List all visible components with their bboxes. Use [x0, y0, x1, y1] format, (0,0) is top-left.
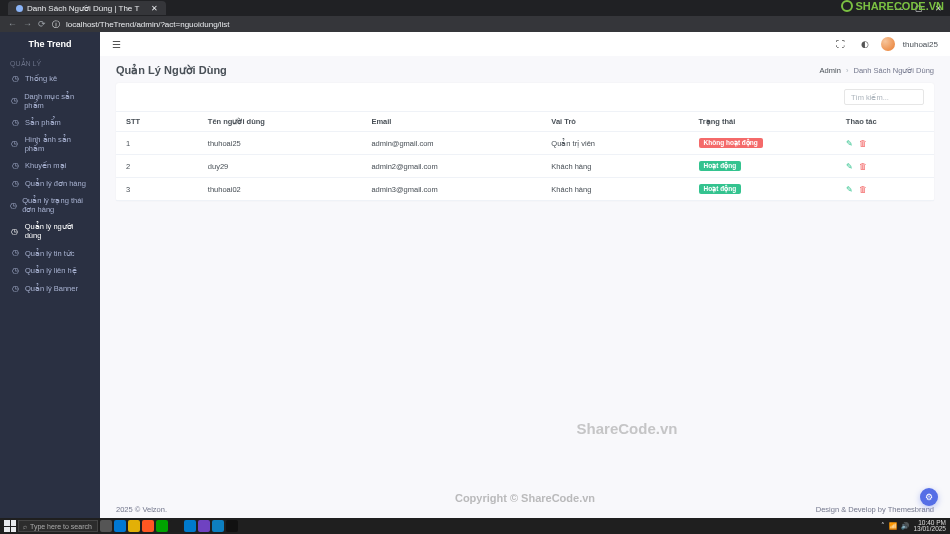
- cell-stt: 1: [116, 132, 198, 155]
- reload-icon[interactable]: ⟳: [38, 19, 46, 29]
- forward-icon[interactable]: →: [23, 19, 32, 29]
- cell-role: Khách hàng: [541, 155, 688, 178]
- status-badge: Hoạt động: [699, 161, 742, 171]
- window-close-icon[interactable]: ✕: [935, 4, 942, 13]
- user-icon: ◷: [10, 227, 20, 237]
- cell-status: Hoạt động: [689, 155, 836, 178]
- cell-name: thuhoai25: [198, 132, 362, 155]
- cell-stt: 3: [116, 178, 198, 201]
- tray-volume-icon[interactable]: 🔊: [901, 522, 909, 530]
- page-title: Quản Lý Người Dùng: [116, 64, 820, 77]
- tab-close-icon[interactable]: ✕: [151, 4, 158, 13]
- col-role: Vai Trò: [541, 112, 688, 132]
- brand[interactable]: The Trend: [0, 32, 100, 56]
- darkmode-icon[interactable]: ◐: [857, 39, 873, 49]
- taskbar-clock[interactable]: 10:40 PM 13/01/2025: [913, 520, 946, 533]
- url-text[interactable]: localhost/TheTrend/admin/?act=nguoidung/…: [66, 20, 942, 29]
- sidebar-item-order-status[interactable]: ◷Quản lý trạng thái đơn hàng: [0, 192, 100, 218]
- browser-tab[interactable]: Danh Sách Người Dùng | The T ✕: [8, 1, 166, 15]
- taskbar-app-icon[interactable]: [100, 520, 112, 532]
- banner-icon: ◷: [10, 284, 20, 294]
- maximize-icon[interactable]: ▢: [915, 4, 923, 13]
- cell-action: ✎🗑: [836, 178, 934, 201]
- table-row: 1thuhoai25admin@gmail.comQuản trị viênKh…: [116, 132, 934, 155]
- col-email: Email: [361, 112, 541, 132]
- sidebar-item-orders[interactable]: ◷Quản lý đơn hàng: [0, 175, 100, 193]
- footer-left: 2025 © Velzon.: [116, 505, 167, 514]
- sidebar: The Trend QUẢN LÝ ◷Thống kê ◷Danh mục sả…: [0, 32, 100, 518]
- sidebar-item-label: Quản lý trạng thái đơn hàng: [22, 196, 90, 214]
- sidebar-item-users[interactable]: ◷Quản lý người dùng: [0, 218, 100, 244]
- folder-icon: ◷: [10, 96, 19, 106]
- cell-stt: 2: [116, 155, 198, 178]
- settings-fab[interactable]: ⚙: [920, 488, 938, 506]
- taskbar-search[interactable]: ⌕ Type here to search: [18, 520, 98, 532]
- cell-status: Không hoạt động: [689, 132, 836, 155]
- tray-chevron-icon[interactable]: ˄: [881, 522, 885, 530]
- sidebar-item-contact[interactable]: ◷Quản lý liên hệ: [0, 262, 100, 280]
- sidebar-item-label: Danh mục sản phẩm: [24, 92, 90, 110]
- page-header: Quản Lý Người Dùng Admin › Danh Sách Ngư…: [100, 56, 950, 83]
- status-icon: ◷: [10, 201, 17, 211]
- cell-role: Quản trị viên: [541, 132, 688, 155]
- cell-email: admin2@gmail.com: [361, 155, 541, 178]
- favicon: [16, 5, 23, 12]
- breadcrumb-root[interactable]: Admin: [820, 66, 841, 75]
- chart-icon: ◷: [10, 74, 20, 84]
- tray-wifi-icon[interactable]: 📶: [889, 522, 897, 530]
- tag-icon: ◷: [10, 161, 20, 171]
- delete-icon[interactable]: 🗑: [859, 185, 867, 194]
- col-status: Trạng thái: [689, 112, 836, 132]
- taskbar-app-icon[interactable]: [170, 520, 182, 532]
- taskbar-search-placeholder: Type here to search: [30, 523, 92, 530]
- delete-icon[interactable]: 🗑: [859, 162, 867, 171]
- image-icon: ◷: [10, 139, 20, 149]
- footer: 2025 © Velzon. Design & Develop by Theme…: [100, 501, 950, 518]
- app-container: The Trend QUẢN LÝ ◷Thống kê ◷Danh mục sả…: [0, 32, 950, 518]
- taskbar-app-icon[interactable]: [198, 520, 210, 532]
- edit-icon[interactable]: ✎: [846, 185, 853, 194]
- col-name: Tên người dùng: [198, 112, 362, 132]
- back-icon[interactable]: ←: [8, 19, 17, 29]
- edit-icon[interactable]: ✎: [846, 162, 853, 171]
- sidebar-item-promotions[interactable]: ◷Khuyến mại: [0, 157, 100, 175]
- taskbar-app-icon[interactable]: [226, 520, 238, 532]
- col-stt: STT: [116, 112, 198, 132]
- tab-title: Danh Sách Người Dùng | The T: [27, 4, 139, 13]
- sidebar-section-label: QUẢN LÝ: [0, 56, 100, 70]
- table-header-row: STT Tên người dùng Email Vai Trò Trạng t…: [116, 112, 934, 132]
- sidebar-item-products[interactable]: ◷Sản phẩm: [0, 114, 100, 132]
- sidebar-item-label: Sản phẩm: [25, 118, 61, 127]
- fullscreen-icon[interactable]: ⛶: [832, 39, 849, 49]
- taskbar-app-icon[interactable]: [212, 520, 224, 532]
- sidebar-item-news[interactable]: ◷Quản lý tin tức: [0, 244, 100, 262]
- hamburger-icon[interactable]: ☰: [112, 39, 121, 50]
- taskbar-app-icon[interactable]: [142, 520, 154, 532]
- start-icon[interactable]: [4, 520, 16, 532]
- sidebar-item-label: Khuyến mại: [25, 161, 66, 170]
- search-input[interactable]: [844, 89, 924, 105]
- delete-icon[interactable]: 🗑: [859, 139, 867, 148]
- users-table: STT Tên người dùng Email Vai Trò Trạng t…: [116, 111, 934, 201]
- main-content: ☰ ⛶ ◐ thuhoai25 Quản Lý Người Dùng Admin…: [100, 32, 950, 518]
- watermark-text: ShareCode.vn: [577, 420, 678, 437]
- sidebar-item-images[interactable]: ◷Hình ảnh sản phẩm: [0, 131, 100, 157]
- gear-icon: ⚙: [925, 492, 933, 502]
- taskbar-app-icon[interactable]: [128, 520, 140, 532]
- taskbar-app-icon[interactable]: [114, 520, 126, 532]
- avatar[interactable]: [881, 37, 895, 51]
- status-badge: Hoạt động: [699, 184, 742, 194]
- breadcrumb-current: Danh Sách Người Dùng: [854, 66, 934, 75]
- taskbar-app-icon[interactable]: [156, 520, 168, 532]
- cell-status: Hoạt động: [689, 178, 836, 201]
- sidebar-item-statistics[interactable]: ◷Thống kê: [0, 70, 100, 88]
- table-row: 2duy29admin2@gmail.comKhách hàngHoạt độn…: [116, 155, 934, 178]
- taskbar-app-icon[interactable]: [184, 520, 196, 532]
- username[interactable]: thuhoai25: [903, 40, 938, 49]
- sidebar-item-banner[interactable]: ◷Quản lý Banner: [0, 280, 100, 298]
- edit-icon[interactable]: ✎: [846, 139, 853, 148]
- sidebar-item-categories[interactable]: ◷Danh mục sản phẩm: [0, 88, 100, 114]
- minimize-icon[interactable]: —: [895, 4, 903, 13]
- windows-taskbar: ⌕ Type here to search ˄ 📶 🔊 10:40 PM 13/…: [0, 518, 950, 534]
- sidebar-item-label: Quản lý Banner: [25, 284, 78, 293]
